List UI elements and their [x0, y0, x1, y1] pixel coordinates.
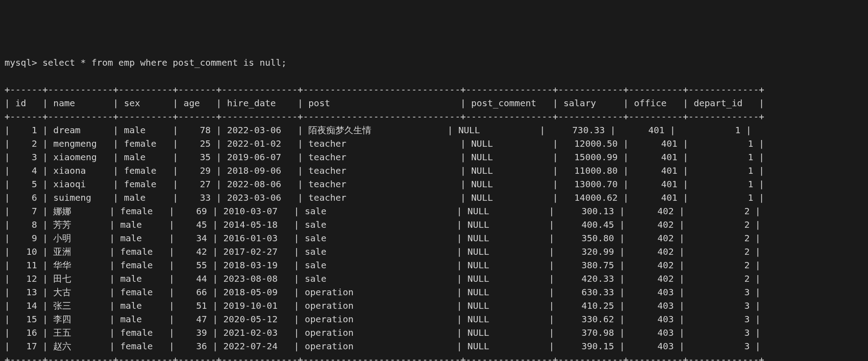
table-row: | 8 | 芳芳 | male | 45 | 2014-05-18 | sale…	[5, 218, 863, 231]
table-border: +------+------------+----------+-------+…	[5, 110, 863, 123]
table-row: | 17 | 赵六 | female | 36 | 2022-07-24 | o…	[5, 339, 863, 353]
sql-prompt: mysql> select * from emp where post_comm…	[5, 56, 863, 69]
table-row: | 12 | 田七 | male | 44 | 2023-08-08 | sal…	[5, 272, 863, 285]
table-row: | 14 | 张三 | male | 51 | 2019-10-01 | ope…	[5, 299, 863, 312]
table-row: | 2 | mengmeng | female | 25 | 2022-01-0…	[5, 137, 863, 150]
table-row: | 9 | 小明 | male | 34 | 2016-01-03 | sale…	[5, 231, 863, 245]
table-row: | 15 | 李四 | male | 47 | 2020-05-12 | ope…	[5, 312, 863, 326]
table-row: | 3 | xiaomeng | male | 35 | 2019-06-07 …	[5, 150, 863, 164]
table-row: | 7 | 娜娜 | female | 69 | 2010-03-07 | sa…	[5, 204, 863, 218]
table-border: +------+------------+----------+-------+…	[5, 353, 863, 361]
table-header: | id | name | sex | age | hire_date | po…	[5, 96, 863, 110]
table-row: | 16 | 王五 | female | 39 | 2021-02-03 | o…	[5, 326, 863, 339]
table-row: | 10 | 亚洲 | female | 42 | 2017-02-27 | s…	[5, 245, 863, 258]
table-row: | 5 | xiaoqi | female | 27 | 2022-08-06 …	[5, 177, 863, 191]
table-row: | 1 | dream | male | 78 | 2022-03-06 | 陌…	[5, 123, 863, 137]
table-border: +------+------------+----------+-------+…	[5, 83, 863, 96]
table-row: | 6 | suimeng | male | 33 | 2023-03-06 |…	[5, 191, 863, 204]
result-table: +------+------------+----------+-------+…	[5, 83, 863, 361]
table-row: | 4 | xiaona | female | 29 | 2018-09-06 …	[5, 164, 863, 177]
table-row: | 11 | 华华 | female | 55 | 2018-03-19 | s…	[5, 258, 863, 272]
table-row: | 13 | 大古 | female | 66 | 2018-05-09 | o…	[5, 285, 863, 299]
